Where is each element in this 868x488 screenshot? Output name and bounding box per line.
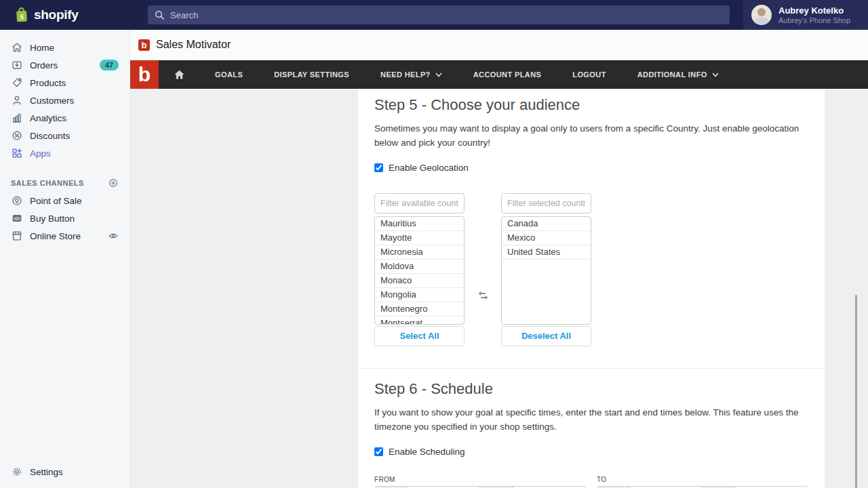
enable-scheduling-row: Enable Scheduling	[374, 447, 808, 457]
nav-item-label: GOALS	[215, 70, 243, 79]
sidebar-item-apps[interactable]: Apps	[0, 144, 130, 162]
sidebar-nav: Home Orders 47 Products Customers Analyt…	[0, 30, 130, 162]
sales-channels-label: SALES CHANNELS	[11, 179, 84, 187]
enable-geolocation-row: Enable Geolocation	[374, 163, 808, 173]
nav-item-label: LOGOUT	[572, 70, 606, 79]
user-name: Aubrey Kotelko	[778, 5, 850, 16]
enable-scheduling-label: Enable Scheduling	[389, 447, 465, 457]
sidebar-item-online-store[interactable]: Online Store	[0, 227, 130, 245]
shopify-wordmark: shopify	[34, 7, 78, 22]
sidebar-item-settings[interactable]: Settings	[0, 463, 130, 481]
nav-item-need-help[interactable]: NEED HELP?	[365, 60, 458, 89]
sidebar-item-products[interactable]: Products	[0, 74, 130, 92]
sidebar-item-discounts[interactable]: Discounts	[0, 127, 130, 144]
sidebar-item-label: Customers	[30, 96, 74, 106]
online-store-icon	[11, 230, 23, 242]
country-option[interactable]: Mayotte	[375, 231, 464, 245]
nav-item-additional-info[interactable]: ADDITIONAL INFO	[622, 60, 734, 89]
country-option[interactable]: Moldova	[375, 260, 464, 274]
shopify-logo[interactable]: S shopify	[0, 7, 130, 23]
apps-icon	[11, 147, 23, 159]
search-icon	[155, 10, 165, 20]
search-box[interactable]	[148, 5, 730, 24]
available-country-list[interactable]: MauritiusMayotteMicronesiaMoldovaMonacoM…	[374, 216, 465, 325]
country-option[interactable]: United States	[502, 245, 591, 260]
deselect-all-button[interactable]: Deselect All	[501, 326, 591, 346]
nav-item-label: NEED HELP?	[380, 70, 431, 79]
app-header: b Sales Motivator	[130, 30, 868, 60]
main-area: b Sales Motivator b GOALS DISPLAY SETTIN…	[130, 30, 868, 488]
sidebar-item-buy-button[interactable]: </> Buy Button	[0, 209, 130, 227]
nav-item-label: ACCOUNT PLANS	[473, 70, 542, 79]
app-nav: b GOALS DISPLAY SETTINGS NEED HELP? ACCO…	[130, 60, 868, 89]
sidebar-item-label: Point of Sale	[30, 196, 82, 206]
point-of-sale-icon	[11, 195, 23, 207]
sidebar-item-label: Settings	[30, 467, 63, 477]
sales-channels-header: SALES CHANNELS	[0, 176, 130, 190]
schedule-from-block: FROM Date Time	[374, 476, 586, 488]
buy-button-icon: </>	[11, 212, 23, 224]
schedule-to-block: TO Date Time	[597, 476, 808, 488]
nav-item-label: DISPLAY SETTINGS	[274, 70, 349, 79]
country-option[interactable]: Mauritius	[375, 217, 464, 231]
home-icon	[11, 41, 23, 54]
search-input[interactable]	[170, 10, 723, 20]
nav-item-logout[interactable]: LOGOUT	[557, 60, 621, 89]
shopify-topbar: S shopify Aubrey Kotelko Aubrey's Phone …	[0, 0, 868, 30]
country-option[interactable]: Micronesia	[375, 245, 464, 260]
sidebar-item-label: Apps	[30, 148, 51, 159]
user-info: Aubrey Kotelko Aubrey's Phone Shop	[778, 5, 850, 25]
country-option[interactable]: Montserrat	[375, 317, 464, 325]
nav-home-icon[interactable]	[159, 69, 199, 80]
bold-logo-letter: b	[138, 64, 151, 85]
nav-item-label: ADDITIONAL INFO	[637, 70, 707, 79]
country-option[interactable]: Monaco	[375, 274, 464, 288]
enable-geolocation-label: Enable Geolocation	[389, 163, 469, 173]
sales-channels-nav: Point of Sale </> Buy Button Online Stor…	[0, 190, 130, 245]
sidebar-item-label: Analytics	[30, 113, 66, 123]
step5-description: Sometimes you may want to display a goal…	[374, 122, 808, 150]
bold-logo[interactable]: b	[130, 60, 159, 89]
scrollbar-thumb[interactable]	[855, 295, 857, 488]
orders-count-badge: 47	[100, 60, 119, 70]
transfer-arrows-icon	[465, 193, 501, 346]
orders-icon	[11, 59, 23, 71]
sidebar-item-home[interactable]: Home	[0, 39, 130, 56]
nav-item-account-plans[interactable]: ACCOUNT PLANS	[458, 60, 557, 89]
sidebar-item-label: Home	[30, 43, 54, 53]
user-menu[interactable]: Aubrey Kotelko Aubrey's Phone Shop	[743, 0, 868, 30]
sidebar-settings-area: Settings	[0, 463, 130, 481]
enable-geolocation-checkbox[interactable]	[374, 163, 383, 172]
enable-scheduling-checkbox[interactable]	[374, 447, 383, 456]
sidebar-item-label: Online Store	[30, 231, 81, 241]
step5-title: Step 5 - Choose your audience	[374, 89, 808, 115]
nav-item-goals[interactable]: GOALS	[199, 60, 258, 89]
shopify-bag-icon: S	[14, 7, 29, 23]
country-option[interactable]: Canada	[502, 217, 591, 231]
customers-icon	[11, 94, 23, 106]
selected-country-list[interactable]: CanadaMexicoUnited States	[501, 216, 591, 325]
add-channel-icon[interactable]	[108, 178, 119, 188]
eye-icon[interactable]	[108, 230, 119, 241]
chevron-down-icon	[712, 73, 719, 77]
filter-selected-input[interactable]	[501, 193, 591, 214]
sidebar-item-analytics[interactable]: Analytics	[0, 109, 130, 127]
country-option[interactable]: Mexico	[502, 231, 591, 245]
country-duallist: MauritiusMayotteMicronesiaMoldovaMonacoM…	[374, 193, 808, 346]
sidebar-item-point-of-sale[interactable]: Point of Sale	[0, 192, 130, 209]
filter-available-input[interactable]	[374, 193, 465, 214]
screen: S shopify Aubrey Kotelko Aubrey's Phone …	[0, 0, 868, 488]
avatar	[751, 5, 772, 25]
bold-app-icon-letter: b	[142, 41, 147, 49]
sidebar-item-orders[interactable]: Orders 47	[0, 56, 130, 74]
country-option[interactable]: Montenegro	[375, 302, 464, 317]
sidebar-item-label: Discounts	[30, 131, 70, 141]
schedule-row: FROM Date Time TO Date Tim	[374, 476, 808, 488]
available-countries-column: MauritiusMayotteMicronesiaMoldovaMonacoM…	[374, 193, 465, 346]
select-all-button[interactable]: Select All	[374, 326, 465, 346]
sidebar-item-customers[interactable]: Customers	[0, 92, 130, 109]
chevron-down-icon	[435, 73, 442, 77]
country-option[interactable]: Mongolia	[375, 288, 464, 302]
user-shop-name: Aubrey's Phone Shop	[778, 16, 850, 25]
nav-item-display-settings[interactable]: DISPLAY SETTINGS	[258, 60, 365, 89]
